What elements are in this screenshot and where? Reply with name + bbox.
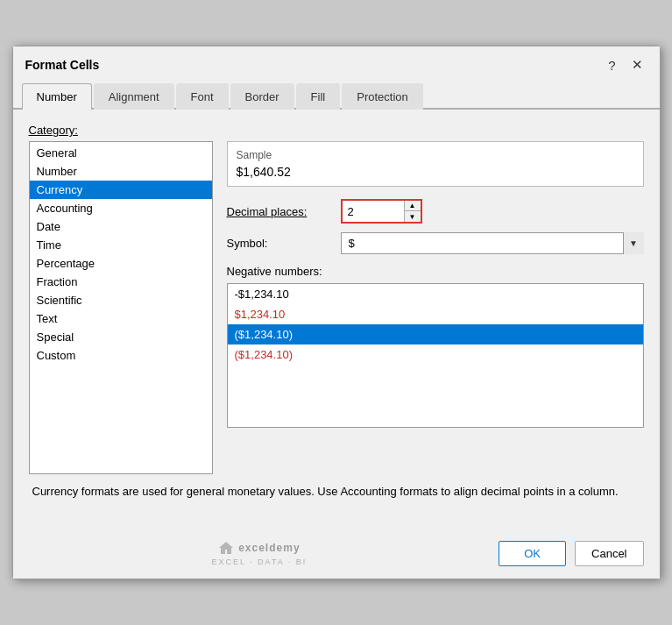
category-item-time[interactable]: Time (30, 236, 212, 254)
category-item-text[interactable]: Text (30, 309, 212, 328)
ok-button[interactable]: OK (499, 541, 566, 566)
title-bar-buttons: ? ✕ (604, 55, 647, 75)
symbol-select-container: $ € £ ¥ None ▼ (341, 232, 644, 254)
negative-numbers-label: Negative numbers: (227, 265, 644, 278)
watermark-house-icon (218, 540, 234, 556)
sample-label: Sample (237, 149, 634, 161)
dialog-title: Format Cells (25, 58, 100, 72)
category-item-general[interactable]: General (30, 144, 212, 162)
watermark-logo: exceldemy (218, 540, 300, 556)
tab-content: Category: General Number Currency Accoun… (13, 110, 660, 531)
tab-bar: Number Alignment Font Border Fill Protec… (13, 82, 660, 110)
watermark: exceldemy EXCEL · DATA · BI (29, 540, 491, 566)
footer-buttons: OK Cancel (499, 541, 643, 566)
help-button[interactable]: ? (604, 56, 619, 75)
tab-number[interactable]: Number (22, 83, 92, 110)
format-cells-dialog: Format Cells ? ✕ Number Alignment Font B… (12, 46, 661, 579)
tab-border[interactable]: Border (230, 83, 294, 110)
category-item-accounting[interactable]: Accounting (30, 199, 212, 217)
decimal-spin-down[interactable]: ▼ (405, 211, 421, 222)
main-area: General Number Currency Accounting Date … (29, 141, 644, 474)
close-button[interactable]: ✕ (627, 55, 647, 75)
category-item-number[interactable]: Number (30, 162, 212, 181)
category-item-fraction[interactable]: Fraction (30, 273, 212, 291)
category-list[interactable]: General Number Currency Accounting Date … (29, 141, 213, 474)
decimal-places-row: Decimal places: ▲ ▼ (227, 199, 644, 224)
category-item-custom[interactable]: Custom (30, 346, 212, 365)
negative-item-3[interactable]: ($1,234.10) (228, 344, 643, 365)
negative-numbers-list[interactable]: -$1,234.10 $1,234.10 ($1,234.10) ($1,234… (227, 283, 644, 428)
decimal-spin-up[interactable]: ▲ (405, 201, 421, 211)
decimal-spin-buttons: ▲ ▼ (404, 201, 421, 222)
tab-font[interactable]: Font (176, 83, 229, 110)
right-panel: Sample $1,640.52 Decimal places: ▲ ▼ (227, 141, 644, 474)
category-item-date[interactable]: Date (30, 217, 212, 236)
category-item-scientific[interactable]: Scientific (30, 291, 212, 309)
decimal-places-input[interactable] (343, 201, 404, 222)
category-item-special[interactable]: Special (30, 328, 212, 346)
category-item-percentage[interactable]: Percentage (30, 254, 212, 273)
negative-item-1[interactable]: $1,234.10 (228, 304, 643, 324)
tab-alignment[interactable]: Alignment (94, 83, 174, 110)
sample-value: $1,640.52 (237, 165, 634, 179)
watermark-tagline: EXCEL · DATA · BI (211, 558, 307, 566)
category-item-currency[interactable]: Currency (30, 181, 212, 199)
watermark-brand: exceldemy (238, 542, 300, 554)
category-label: Category: (29, 124, 644, 137)
symbol-row: Symbol: $ € £ ¥ None ▼ (227, 232, 644, 254)
description-text: Currency formats are used for general mo… (29, 474, 644, 522)
negative-numbers-section: Negative numbers: -$1,234.10 $1,234.10 (… (227, 265, 644, 428)
sample-section: Sample $1,640.52 (227, 141, 644, 187)
svg-marker-0 (219, 542, 233, 554)
dialog-footer: exceldemy EXCEL · DATA · BI OK Cancel (13, 531, 660, 579)
negative-item-2[interactable]: ($1,234.10) (228, 324, 643, 344)
symbol-label: Symbol: (227, 237, 341, 250)
symbol-select[interactable]: $ € £ ¥ None (341, 232, 644, 254)
cancel-button[interactable]: Cancel (575, 541, 643, 566)
category-list-container: General Number Currency Accounting Date … (29, 141, 213, 474)
tab-protection[interactable]: Protection (342, 83, 423, 110)
tab-fill[interactable]: Fill (296, 83, 341, 110)
decimal-places-label: Decimal places: (227, 205, 341, 218)
negative-item-0[interactable]: -$1,234.10 (228, 284, 643, 304)
title-bar: Format Cells ? ✕ (13, 46, 660, 82)
decimal-input-container: ▲ ▼ (341, 199, 422, 224)
